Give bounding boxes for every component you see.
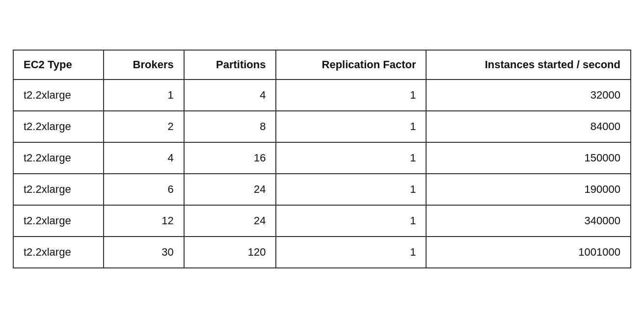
header-partitions: Partitions (184, 50, 276, 80)
table-row: t2.2xlarge28184000 (13, 111, 631, 142)
table-row: t2.2xlarge14132000 (13, 80, 631, 111)
table-cell: 2 (104, 111, 184, 142)
header-instances-per-second: Instances started / second (426, 50, 631, 80)
table-cell: t2.2xlarge (13, 111, 104, 142)
table-cell: 4 (184, 80, 276, 111)
table-cell: 340000 (426, 205, 631, 237)
table-cell: 1 (276, 111, 426, 142)
table-cell: 1 (276, 80, 426, 111)
table-row: t2.2xlarge6241190000 (13, 174, 631, 205)
table-cell: 30 (104, 237, 184, 268)
table-cell: 1 (276, 205, 426, 237)
table-cell: t2.2xlarge (13, 205, 104, 237)
table-cell: t2.2xlarge (13, 174, 104, 205)
data-table-container: EC2 Type Brokers Partitions Replication … (13, 50, 631, 268)
table-row: t2.2xlarge3012011001000 (13, 237, 631, 268)
table-header-row: EC2 Type Brokers Partitions Replication … (13, 50, 631, 80)
table-cell: 1 (104, 80, 184, 111)
table-cell: 1 (276, 237, 426, 268)
table-cell: 4 (104, 142, 184, 174)
performance-table: EC2 Type Brokers Partitions Replication … (13, 50, 631, 268)
table-cell: 16 (184, 142, 276, 174)
table-cell: 1 (276, 142, 426, 174)
table-cell: 32000 (426, 80, 631, 111)
table-cell: 1001000 (426, 237, 631, 268)
table-cell: 150000 (426, 142, 631, 174)
table-cell: 1 (276, 174, 426, 205)
table-cell: 6 (104, 174, 184, 205)
table-cell: 190000 (426, 174, 631, 205)
table-row: t2.2xlarge4161150000 (13, 142, 631, 174)
table-cell: 8 (184, 111, 276, 142)
table-cell: 84000 (426, 111, 631, 142)
table-cell: 24 (184, 205, 276, 237)
table-cell: 24 (184, 174, 276, 205)
header-brokers: Brokers (104, 50, 184, 80)
table-row: t2.2xlarge12241340000 (13, 205, 631, 237)
table-cell: 12 (104, 205, 184, 237)
table-cell: t2.2xlarge (13, 237, 104, 268)
header-ec2-type: EC2 Type (13, 50, 104, 80)
table-cell: t2.2xlarge (13, 80, 104, 111)
table-cell: 120 (184, 237, 276, 268)
table-cell: t2.2xlarge (13, 142, 104, 174)
header-replication-factor: Replication Factor (276, 50, 426, 80)
